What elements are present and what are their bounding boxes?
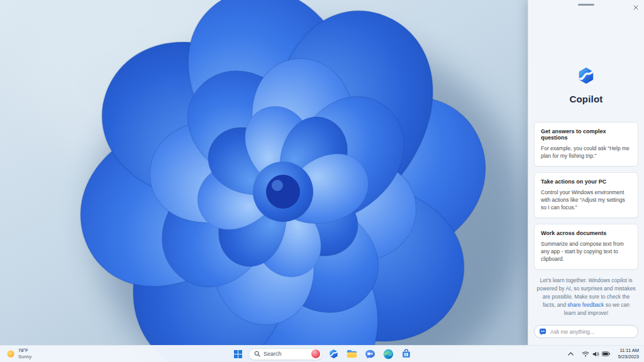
copilot-icon bbox=[328, 349, 339, 359]
battery-icon bbox=[602, 351, 610, 356]
drag-handle[interactable] bbox=[578, 4, 594, 6]
wifi-icon bbox=[582, 351, 589, 357]
start-button[interactable] bbox=[230, 346, 245, 361]
daily-image-badge-icon bbox=[311, 349, 320, 358]
volume-icon bbox=[592, 351, 599, 358]
copilot-title: Copilot bbox=[569, 94, 602, 104]
suggestion-cards: Get answers to complex questions For exa… bbox=[528, 122, 644, 270]
taskbar-store-button[interactable] bbox=[399, 346, 414, 361]
taskbar: 78°F Sunny Search bbox=[0, 345, 644, 362]
card-title: Take actions on your PC bbox=[541, 178, 631, 185]
ask-input[interactable] bbox=[550, 329, 633, 335]
card-actions[interactable]: Take actions on your PC Control your Win… bbox=[534, 172, 638, 218]
close-button[interactable] bbox=[631, 3, 641, 13]
sun-icon bbox=[6, 349, 15, 358]
card-body: For example, you could ask “Help me plan… bbox=[541, 145, 631, 160]
card-documents[interactable]: Work across documents Summarize and comp… bbox=[534, 224, 638, 270]
edge-icon bbox=[383, 349, 394, 359]
search-icon bbox=[254, 351, 260, 357]
ai-disclaimer: Let’s learn together. Windows copilot is… bbox=[528, 277, 644, 318]
clock-date: 5/23/2023 bbox=[618, 354, 639, 360]
clock[interactable]: 11:11 AM 5/23/2023 bbox=[616, 346, 641, 361]
compose-icon bbox=[539, 328, 547, 336]
ask-input-bar[interactable] bbox=[534, 325, 638, 338]
taskbar-search[interactable]: Search bbox=[248, 348, 323, 360]
card-title: Work across documents bbox=[541, 230, 631, 236]
taskbar-edge-button[interactable] bbox=[380, 346, 396, 361]
store-icon bbox=[401, 349, 411, 359]
weather-text: 78°F Sunny bbox=[18, 348, 31, 360]
copilot-logo-icon bbox=[577, 67, 596, 85]
share-feedback-link[interactable]: share feedback bbox=[567, 302, 604, 308]
chevron-up-icon bbox=[568, 352, 574, 356]
weather-condition: Sunny bbox=[18, 354, 31, 360]
card-body: Control your Windows environment with ac… bbox=[541, 189, 631, 212]
windows-start-icon bbox=[234, 350, 242, 358]
clock-time: 11:11 AM bbox=[618, 348, 639, 354]
card-body: Summarize and compose text from any app … bbox=[541, 240, 631, 263]
taskbar-file-explorer-button[interactable] bbox=[344, 346, 359, 361]
chat-icon bbox=[365, 349, 375, 359]
weather-temperature: 78°F bbox=[18, 348, 31, 354]
card-answers[interactable]: Get answers to complex questions For exa… bbox=[534, 122, 638, 167]
system-tray: 11:11 AM 5/23/2023 bbox=[565, 346, 641, 361]
search-label: Search bbox=[264, 351, 308, 357]
desktop-screen: Copilot Get answers to complex questions… bbox=[0, 0, 644, 362]
network-volume-battery-button[interactable] bbox=[579, 348, 613, 361]
taskbar-copilot-button[interactable] bbox=[326, 346, 341, 361]
file-explorer-icon bbox=[347, 349, 357, 358]
hidden-icons-button[interactable] bbox=[565, 349, 576, 359]
weather-widget[interactable]: 78°F Sunny bbox=[3, 346, 35, 361]
taskbar-center: Search bbox=[230, 346, 414, 361]
card-title: Get answers to complex questions bbox=[541, 128, 631, 141]
copilot-panel: Copilot Get answers to complex questions… bbox=[528, 0, 644, 345]
copilot-header: Copilot bbox=[528, 67, 644, 104]
close-icon bbox=[633, 5, 638, 10]
taskbar-chat-button[interactable] bbox=[362, 346, 377, 361]
